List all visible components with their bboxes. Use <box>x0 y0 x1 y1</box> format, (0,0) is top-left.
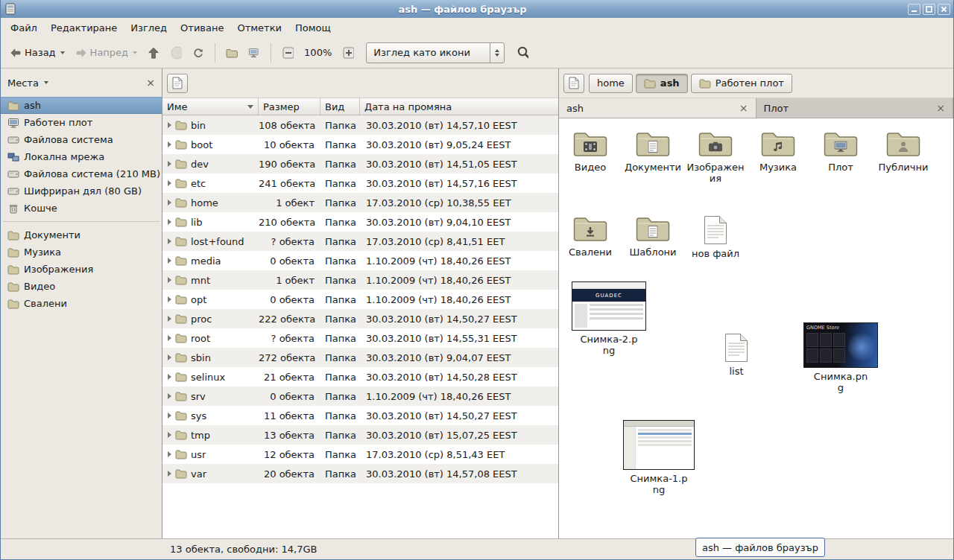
table-row[interactable]: sbin272 обектаПапка30.03.2010 (вт) 9,04,… <box>162 348 558 367</box>
table-row[interactable]: lib210 обектаПапка30.03.2010 (вт) 9,04,1… <box>162 212 558 232</box>
icon-view-item[interactable]: list <box>712 333 761 378</box>
expander-icon[interactable] <box>168 141 171 147</box>
home-button[interactable] <box>221 41 242 65</box>
tab-close-icon[interactable]: × <box>739 103 748 113</box>
notes-button-2[interactable] <box>563 74 584 93</box>
expander-icon[interactable] <box>168 335 171 341</box>
icon-view-item[interactable]: Музика <box>747 130 809 215</box>
icon-view-item[interactable]: GNOME StoreСнимка.png <box>801 322 880 393</box>
sidebar-item[interactable]: Видео <box>1 278 162 295</box>
stop-button[interactable] <box>165 41 186 65</box>
tab-ash[interactable]: ash× <box>559 98 756 118</box>
expander-icon[interactable] <box>168 277 171 283</box>
tab-Плот[interactable]: Плот× <box>756 98 954 118</box>
expander-icon[interactable] <box>168 219 171 225</box>
table-row[interactable]: media0 обектаПапка1.10.2009 (чт) 18,40,2… <box>162 251 558 270</box>
table-row[interactable]: tmp13 обектаПапка30.03.2010 (вт) 15,07,2… <box>162 425 558 445</box>
sidebar-item[interactable]: Свалени <box>1 295 162 312</box>
column-header-name[interactable]: Име <box>162 98 259 115</box>
expander-icon[interactable] <box>168 238 171 244</box>
back-button[interactable]: Назад <box>5 41 69 65</box>
sidebar-item[interactable]: Шифриран дял (80 GB) <box>1 182 162 200</box>
titlebar[interactable]: ash — файлов браузър <box>1 0 953 18</box>
sidebar-item[interactable]: Изображения <box>1 261 162 278</box>
notes-button[interactable] <box>167 74 188 93</box>
view-mode-spinner-icon[interactable] <box>490 43 504 63</box>
menu-item-view[interactable]: Изглед <box>124 19 174 36</box>
column-header-size[interactable]: Размер <box>259 98 320 115</box>
table-row[interactable]: selinux21 обектаПапка30.03.2010 (вт) 14,… <box>162 367 558 386</box>
table-row[interactable]: var20 обектаПапка30.03.2010 (вт) 14,57,0… <box>162 464 558 483</box>
expander-icon[interactable] <box>168 200 171 206</box>
back-dropdown-icon[interactable] <box>60 51 65 54</box>
expander-icon[interactable] <box>168 451 171 457</box>
sidebar-item[interactable]: Файлова система (210 MB) <box>1 165 162 182</box>
icon-view-item[interactable]: Публични <box>872 130 935 215</box>
path-button-home[interactable]: home <box>589 74 633 93</box>
expander-icon[interactable] <box>168 354 171 360</box>
table-row[interactable]: srv0 обектаПапка1.10.2009 (чт) 18,40,26 … <box>162 386 558 406</box>
sidebar-item[interactable]: Кошче <box>1 200 162 217</box>
forward-button[interactable]: Напред <box>71 41 142 65</box>
icon-view-item[interactable]: Документи <box>622 130 684 215</box>
expander-icon[interactable] <box>168 393 171 399</box>
window-menu-icon[interactable] <box>4 2 17 16</box>
sidebar-dropdown-icon[interactable] <box>44 81 48 84</box>
icon-view-item[interactable]: Плот <box>809 130 872 215</box>
table-row[interactable]: mnt1 обектПапка1.10.2009 (чт) 18,40,26 E… <box>162 270 558 290</box>
table-row[interactable]: boot10 обектаПапка30.03.2010 (вт) 9,05,2… <box>162 135 558 154</box>
zoom-in-button[interactable] <box>338 41 358 65</box>
menu-item-edit[interactable]: Редактиране <box>44 19 124 36</box>
expander-icon[interactable] <box>168 432 171 438</box>
expander-icon[interactable] <box>168 258 171 264</box>
expander-icon[interactable] <box>168 180 171 186</box>
table-row[interactable]: home1 обектПапка17.03.2010 (ср) 10,38,55… <box>162 193 558 212</box>
menu-item-help[interactable]: Помощ <box>288 19 338 36</box>
icon-view-item[interactable]: нов файл <box>684 215 747 300</box>
close-button[interactable] <box>938 4 950 15</box>
maximize-button[interactable] <box>923 4 935 15</box>
sidebar-item[interactable]: ash <box>1 97 162 114</box>
sidebar-item[interactable]: Файлова система <box>1 131 162 148</box>
computer-button[interactable] <box>244 41 265 65</box>
table-row[interactable]: bin108 обектаПапка30.03.2010 (вт) 14,57,… <box>162 115 558 135</box>
table-row[interactable]: sys11 обектаПапка30.03.2010 (вт) 14,50,2… <box>162 406 558 425</box>
sidebar-title[interactable]: Места <box>7 77 39 89</box>
minimize-button[interactable] <box>908 4 920 15</box>
path-button-ash[interactable]: ash <box>636 74 688 93</box>
column-header-date[interactable]: Дата на промяна <box>360 98 558 115</box>
table-row[interactable]: opt0 обектаПапка1.10.2009 (чт) 18,40,26 … <box>162 290 558 309</box>
path-button-Работен плот[interactable]: Работен плот <box>691 74 792 93</box>
expander-icon[interactable] <box>168 122 171 128</box>
table-row[interactable]: usr12 обектаПапка17.03.2010 (ср) 8,51,43… <box>162 445 558 464</box>
sidebar-item[interactable]: Музика <box>1 244 162 261</box>
table-row[interactable]: root? обектаПапка30.03.2010 (вт) 14,55,3… <box>162 328 558 348</box>
view-mode-select[interactable]: Изглед като икони <box>366 42 505 63</box>
column-header-type[interactable]: Вид <box>320 98 360 115</box>
expander-icon[interactable] <box>168 316 171 322</box>
sidebar-item[interactable]: Работен плот <box>1 114 162 131</box>
icon-view-item[interactable]: Видео <box>559 130 622 215</box>
sidebar-close-icon[interactable]: × <box>146 77 155 88</box>
icon-view-item[interactable]: Изображения <box>684 130 747 215</box>
menu-item-go[interactable]: Отиване <box>174 19 230 36</box>
table-row[interactable]: proc222 обектаПапка30.03.2010 (вт) 14,50… <box>162 309 558 328</box>
table-row[interactable]: etc241 обектаПапка30.03.2010 (вт) 14,57,… <box>162 174 558 193</box>
expander-icon[interactable] <box>168 413 171 419</box>
table-row[interactable]: dev190 обектаПапка30.03.2010 (вт) 14,51,… <box>162 154 558 174</box>
icon-view[interactable]: ВидеоДокументиИзображенияМузикаПлотПубли… <box>559 118 953 538</box>
expander-icon[interactable] <box>168 471 171 477</box>
expander-icon[interactable] <box>168 296 171 302</box>
sidebar-item[interactable]: Локална мрежа <box>1 148 162 165</box>
sidebar-item[interactable]: Документи <box>1 226 162 244</box>
tab-close-icon[interactable]: × <box>936 103 945 113</box>
up-button[interactable] <box>143 41 164 65</box>
expander-icon[interactable] <box>168 161 171 167</box>
icon-view-item[interactable]: Снимка-1.png <box>619 420 698 495</box>
icon-view-item[interactable]: GUADECСнимка-2.png <box>569 281 648 356</box>
search-button[interactable] <box>512 41 533 65</box>
menu-item-file[interactable]: Файл <box>4 19 44 36</box>
zoom-out-button[interactable] <box>277 41 298 65</box>
expander-icon[interactable] <box>168 374 171 380</box>
reload-button[interactable] <box>188 41 209 65</box>
